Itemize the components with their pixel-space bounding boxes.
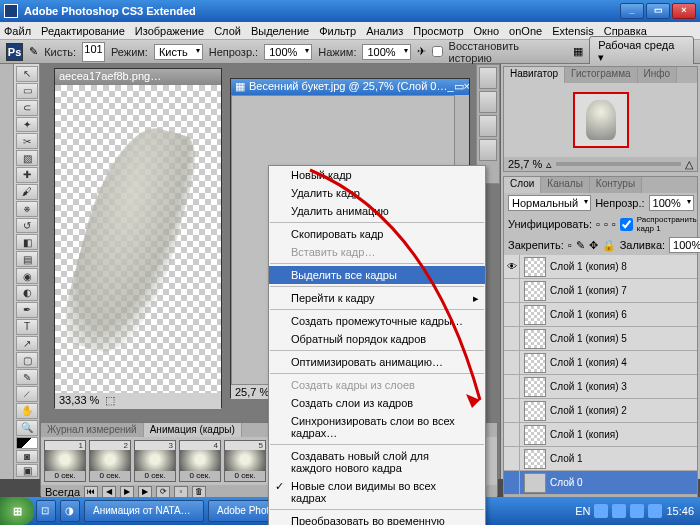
close-button[interactable]: × <box>672 3 696 19</box>
brush-preset[interactable]: 101 <box>82 42 105 62</box>
eyedropper-tool[interactable]: ⟋ <box>16 386 38 402</box>
layer-name[interactable]: Слой 1 (копия) 7 <box>550 285 697 296</box>
layer-row[interactable]: Слой 1 (копия) 4 <box>504 351 697 375</box>
ctx-delete-frame[interactable]: Удалить кадр <box>269 184 485 202</box>
ctx-new-frame[interactable]: Новый кадр <box>269 166 485 184</box>
menu-analysis[interactable]: Анализ <box>366 25 403 37</box>
layer-name[interactable]: Слой 1 (копия) 8 <box>550 261 697 272</box>
unify-style-icon[interactable]: ▫ <box>612 218 616 230</box>
tray-icon[interactable] <box>612 504 626 518</box>
lasso-tool[interactable]: ⊂ <box>16 100 38 116</box>
layer-name[interactable]: Слой 1 (копия) 3 <box>550 381 697 392</box>
menu-onone[interactable]: onOne <box>509 25 542 37</box>
type-tool[interactable]: T <box>16 319 38 335</box>
restore-checkbox[interactable] <box>432 46 443 57</box>
layer-name[interactable]: Слой 1 (копия) 2 <box>550 405 697 416</box>
tray-icon[interactable] <box>594 504 608 518</box>
panel-strip-left[interactable] <box>0 64 14 479</box>
ctx-reverse[interactable]: Обратный порядок кадров <box>269 330 485 348</box>
start-button[interactable]: ⊞ <box>0 497 34 525</box>
layer-row[interactable]: Слой 0 <box>504 471 697 495</box>
fgbg-swatch[interactable] <box>16 437 38 449</box>
animation-frame[interactable]: 20 сек. <box>89 440 131 482</box>
visibility-icon[interactable] <box>504 399 520 422</box>
tab-measurements[interactable]: Журнал измерений <box>41 423 144 437</box>
navigator-thumb[interactable] <box>504 83 697 157</box>
layer-name[interactable]: Слой 1 (копия) 4 <box>550 357 697 368</box>
zoom-slider[interactable] <box>556 162 681 166</box>
opacity-input[interactable]: 100% <box>264 44 312 60</box>
tray-icon[interactable] <box>630 504 644 518</box>
layer-opacity-input[interactable]: 100% <box>649 195 694 211</box>
crop-tool[interactable]: ✂ <box>16 133 38 149</box>
ctx-new-layer-each[interactable]: Создавать новый слой для каждого нового … <box>269 447 485 477</box>
layer-row[interactable]: Слой 1 (копия) 7 <box>504 279 697 303</box>
visibility-icon[interactable] <box>504 303 520 326</box>
menu-image[interactable]: Изображение <box>135 25 204 37</box>
ctx-delete-anim[interactable]: Удалить анимацию <box>269 202 485 220</box>
hand-tool[interactable]: ✋ <box>16 403 38 419</box>
propagate-checkbox[interactable] <box>620 218 633 231</box>
zoom-tool[interactable]: 🔍 <box>16 420 38 436</box>
tab-animation[interactable]: Анимация (кадры) <box>144 423 242 437</box>
doc1-titlebar[interactable]: aecea17aef8b.png… <box>55 69 221 85</box>
lock-pos-icon[interactable]: ✥ <box>589 239 598 252</box>
menu-help[interactable]: Справка <box>604 25 647 37</box>
wand-tool[interactable]: ✦ <box>16 117 38 133</box>
layer-name[interactable]: Слой 1 (копия) 6 <box>550 309 697 320</box>
taskbar-item[interactable]: Анимация от NATALI… <box>84 500 204 522</box>
history-brush-tool[interactable]: ↺ <box>16 218 38 234</box>
animation-frame[interactable]: 10 сек. <box>44 440 86 482</box>
zoom-out-icon[interactable]: ▵ <box>546 158 552 171</box>
palette-icon[interactable]: ▦ <box>573 45 583 58</box>
collapsed-color-icon[interactable] <box>479 115 497 137</box>
blend-mode-select[interactable]: Нормальный <box>508 195 591 211</box>
ctx-goto-frame[interactable]: Перейти к кадру <box>269 289 485 307</box>
tab-channels[interactable]: Каналы <box>541 177 590 193</box>
collapsed-history-icon[interactable] <box>479 67 497 89</box>
tab-histogram[interactable]: Гистограмма <box>565 67 638 83</box>
animation-frame[interactable]: 50 сек. <box>224 440 266 482</box>
layer-name[interactable]: Слой 1 (копия) 5 <box>550 333 697 344</box>
visibility-icon[interactable] <box>504 471 520 494</box>
blend-select[interactable]: Кисть <box>154 44 203 60</box>
doc2-titlebar[interactable]: ▦ Весенний букет.jpg @ 25,7% (Слой 0… _ … <box>231 79 469 95</box>
notes-tool[interactable]: ✎ <box>16 369 38 385</box>
lock-px-icon[interactable]: ✎ <box>576 239 585 252</box>
layer-name[interactable]: Слой 0 <box>550 477 697 488</box>
zoom-in-icon[interactable]: △ <box>685 158 693 171</box>
document-1[interactable]: aecea17aef8b.png… 33,33 %⬚ <box>54 68 222 408</box>
layer-row[interactable]: Слой 1 (копия) 5 <box>504 327 697 351</box>
collapsed-swatches-icon[interactable] <box>479 139 497 161</box>
visibility-icon[interactable] <box>504 351 520 374</box>
fill-input[interactable]: 100% <box>669 237 700 253</box>
pressure-input[interactable]: 100% <box>362 44 410 60</box>
doc2-max-icon[interactable]: ▭ <box>454 80 464 94</box>
ctx-optimize[interactable]: Оптимизировать анимацию… <box>269 353 485 371</box>
unify-pos-icon[interactable]: ▫ <box>596 218 600 230</box>
ctx-sync[interactable]: Синхронизировать слои во всех кадрах… <box>269 412 485 442</box>
animation-frame[interactable]: 30 сек. <box>134 440 176 482</box>
menu-extensis[interactable]: Extensis <box>552 25 594 37</box>
layer-row[interactable]: Слой 1 (копия) 2 <box>504 399 697 423</box>
ctx-to-layers[interactable]: Создать слои из кадров <box>269 394 485 412</box>
nav-zoom[interactable]: 25,7 % <box>508 158 542 170</box>
visibility-icon[interactable] <box>504 279 520 302</box>
ctx-select-all-frames[interactable]: Выделить все кадры <box>269 266 485 284</box>
visibility-icon[interactable]: 👁 <box>504 255 520 278</box>
heal-tool[interactable]: ✚ <box>16 167 38 183</box>
clock[interactable]: 15:46 <box>666 505 694 517</box>
doc1-zoom[interactable]: 33,33 % <box>59 394 99 408</box>
stamp-tool[interactable]: ⎈ <box>16 201 38 217</box>
doc2-close-icon[interactable]: × <box>464 80 469 94</box>
shape-tool[interactable]: ▢ <box>16 352 38 368</box>
menu-layer[interactable]: Слой <box>214 25 241 37</box>
airbrush-icon[interactable]: ✈ <box>417 45 426 58</box>
maximize-button[interactable]: ▭ <box>646 3 670 19</box>
layer-row[interactable]: 👁Слой 1 (копия) 8 <box>504 255 697 279</box>
menu-edit[interactable]: Редактирование <box>41 25 125 37</box>
tab-info[interactable]: Инфо <box>638 67 678 83</box>
ctx-copy-frame[interactable]: Скопировать кадр <box>269 225 485 243</box>
ctx-to-timeline[interactable]: Преобразовать во временную шкалу <box>269 512 485 525</box>
visibility-icon[interactable] <box>504 327 520 350</box>
